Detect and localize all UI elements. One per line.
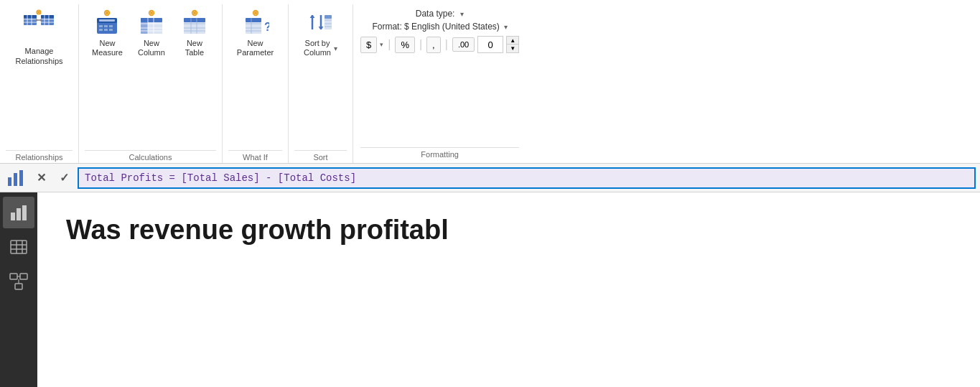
- format-row: Format: $ English (United States) ▾: [372, 20, 507, 33]
- sort-by-column-button[interactable]: Sort byColumn ▾: [297, 4, 344, 60]
- svg-rect-29: [104, 25, 108, 27]
- manage-relationships-svg: [22, 9, 55, 42]
- formula-cancel-button[interactable]: ✕: [32, 169, 50, 187]
- relationships-buttons: Manage Relationships: [6, 4, 71, 150]
- sort-by-column-icon: [307, 7, 335, 36]
- data-type-label: Data type:: [416, 9, 455, 19]
- svg-rect-27: [99, 19, 115, 22]
- whatif-section-label: What If: [228, 150, 282, 163]
- format-label: Format: $ English (United States): [372, 22, 499, 32]
- dollar-button[interactable]: $: [360, 37, 377, 53]
- svg-text:?: ?: [264, 21, 269, 33]
- formula-bar-chart-icon: [4, 167, 27, 190]
- format-controls-row: $ ▾ | % | , | .00 0 ▲ ▼: [360, 33, 519, 55]
- dollar-dropdown-arrow: ▾: [380, 41, 383, 48]
- comma-button[interactable]: ,: [426, 37, 441, 53]
- manage-relationships-icon: [22, 9, 56, 43]
- whatif-section: ? NewParameter What If: [223, 4, 289, 163]
- sort-dropdown-arrow: ▾: [334, 45, 337, 52]
- data-type-row: Data type: ▾: [416, 7, 465, 20]
- main-area: Was revenue growth profitabl: [0, 192, 980, 387]
- sidebar-item-table[interactable]: [3, 231, 34, 263]
- manage-relationships-button[interactable]: Manage Relationships: [6, 4, 71, 70]
- svg-rect-74: [325, 15, 332, 19]
- ribbon: Manage Relationships Relationships: [0, 0, 980, 164]
- formatting-section-label: Formatting: [360, 147, 519, 160]
- formula-accept-button[interactable]: ✓: [55, 169, 73, 187]
- svg-rect-31: [99, 29, 103, 31]
- spinner-up-button[interactable]: ▲: [507, 37, 518, 45]
- sort-by-column-label-row: Sort byColumn ▾: [304, 39, 337, 57]
- model-icon: [9, 271, 29, 292]
- svg-rect-90: [20, 274, 27, 279]
- calculations-buttons: NewMeasure: [86, 4, 215, 150]
- fmt-separator-1: |: [388, 38, 391, 51]
- sort-section: Sort byColumn ▾ Sort: [289, 4, 353, 163]
- svg-rect-80: [19, 170, 23, 186]
- calculations-section-label: Calculations: [85, 150, 216, 163]
- svg-rect-82: [17, 208, 21, 220]
- decimal-value: 0: [488, 39, 493, 50]
- svg-rect-30: [109, 25, 113, 27]
- svg-rect-81: [11, 213, 15, 220]
- svg-rect-7: [41, 15, 54, 18]
- sort-buttons: Sort byColumn ▾: [297, 4, 344, 150]
- svg-rect-89: [10, 274, 17, 279]
- sidebar-item-report[interactable]: [3, 197, 34, 228]
- svg-point-13: [36, 19, 38, 22]
- calculations-section: NewMeasure: [79, 4, 223, 163]
- fmt-separator-3: |: [445, 38, 448, 51]
- left-sidebar: [0, 192, 37, 387]
- svg-rect-33: [109, 29, 113, 31]
- svg-rect-32: [104, 29, 108, 31]
- whatif-buttons: ? NewParameter: [228, 4, 282, 150]
- svg-rect-84: [11, 241, 27, 253]
- decimal-button[interactable]: .00: [452, 37, 475, 52]
- content-area: Was revenue growth profitabl: [37, 192, 980, 387]
- bar-chart-icon: [9, 202, 29, 223]
- formula-input[interactable]: [78, 167, 976, 189]
- sort-section-label: Sort: [294, 150, 347, 163]
- formula-bar: ✕ ✓: [0, 164, 980, 192]
- manage-relationships-label: Manage Relationships: [15, 46, 62, 67]
- new-column-icon: [137, 7, 166, 36]
- relationships-section: Manage Relationships Relationships: [0, 4, 79, 163]
- new-table-icon: [180, 7, 209, 36]
- ribbon-top: Manage Relationships Relationships: [0, 0, 980, 163]
- svg-rect-91: [15, 284, 22, 289]
- svg-rect-79: [14, 173, 17, 186]
- sidebar-item-model[interactable]: [3, 266, 34, 297]
- new-parameter-button[interactable]: ? NewParameter: [228, 4, 282, 60]
- svg-rect-53: [184, 18, 205, 22]
- svg-rect-1: [24, 15, 37, 18]
- new-parameter-icon: ?: [241, 7, 270, 36]
- new-column-button[interactable]: NewColumn: [131, 4, 172, 60]
- relationships-section-label: Relationships: [6, 150, 73, 163]
- svg-rect-65: [246, 18, 261, 22]
- percent-button[interactable]: %: [395, 37, 415, 53]
- new-parameter-label: NewParameter: [237, 39, 274, 57]
- svg-rect-41: [141, 18, 148, 34]
- new-table-button[interactable]: NewTable: [174, 4, 215, 60]
- decimal-spinner[interactable]: ▲ ▼: [506, 36, 519, 53]
- new-measure-button[interactable]: NewMeasure: [86, 4, 129, 60]
- new-column-label: NewColumn: [138, 39, 165, 57]
- svg-rect-78: [8, 177, 11, 186]
- table-icon: [9, 237, 29, 257]
- format-dropdown-arrow: ▾: [504, 23, 508, 31]
- svg-rect-28: [99, 25, 103, 27]
- spinner-down-button[interactable]: ▼: [507, 45, 518, 52]
- fmt-separator-2: |: [419, 38, 422, 51]
- content-title: Was revenue growth profitabl: [66, 214, 951, 247]
- svg-point-14: [40, 19, 42, 22]
- new-measure-label: NewMeasure: [92, 39, 123, 57]
- new-measure-icon: [93, 7, 121, 36]
- svg-rect-83: [22, 205, 27, 220]
- formatting-section: Data type: ▾ Format: $ English (United S…: [353, 4, 526, 163]
- sort-by-column-label: Sort byColumn: [304, 39, 331, 57]
- new-table-label: NewTable: [185, 39, 204, 57]
- data-type-dropdown-arrow: ▾: [460, 10, 464, 18]
- decimal-number-box: 0: [477, 36, 503, 53]
